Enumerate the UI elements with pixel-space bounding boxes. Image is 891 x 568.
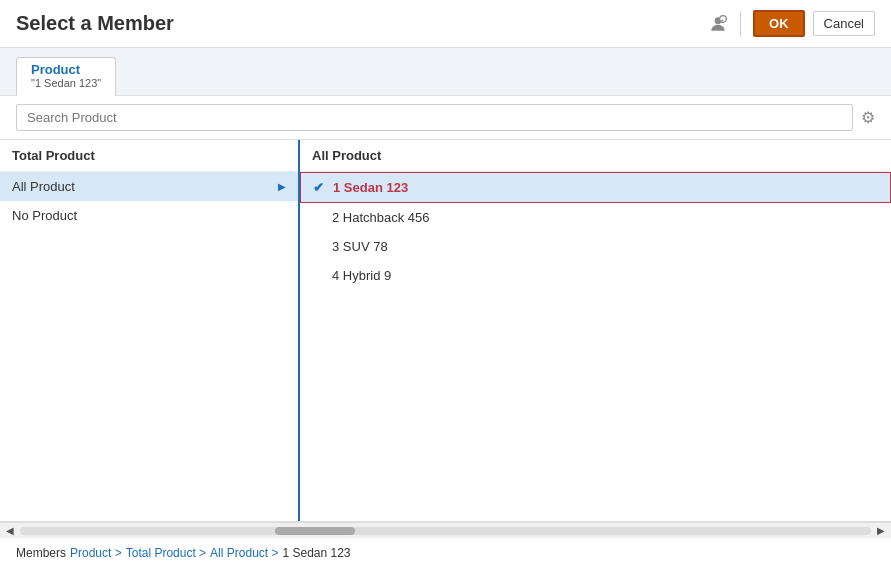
header-actions: + OK Cancel bbox=[708, 10, 875, 37]
right-item-label-4: 4 Hybrid 9 bbox=[332, 268, 391, 283]
search-area: ⚙ bbox=[0, 96, 891, 140]
header: Select a Member + OK Cancel bbox=[0, 0, 891, 48]
user-icon: + bbox=[708, 14, 728, 34]
scrollbar-area[interactable]: ◀ ▶ bbox=[0, 522, 891, 538]
breadcrumb-link-all-product[interactable]: All Product > bbox=[210, 546, 278, 560]
left-panel: Total Product All Product ▶ No Product bbox=[0, 140, 300, 521]
main-content: Total Product All Product ▶ No Product A… bbox=[0, 140, 891, 522]
right-list-item-4-hybrid-9[interactable]: 4 Hybrid 9 bbox=[300, 261, 891, 290]
tab-sublabel: "1 Sedan 123" bbox=[31, 77, 101, 89]
left-panel-header: Total Product bbox=[0, 140, 298, 172]
list-item-all-product[interactable]: All Product ▶ bbox=[0, 172, 298, 201]
svg-text:+: + bbox=[721, 16, 724, 22]
right-list-item-2-hatchback-456[interactable]: 2 Hatchback 456 bbox=[300, 203, 891, 232]
gear-icon[interactable]: ⚙ bbox=[861, 108, 875, 127]
right-item-label-3: 3 SUV 78 bbox=[332, 239, 388, 254]
chevron-right-icon: ▶ bbox=[278, 181, 286, 192]
header-divider bbox=[740, 12, 741, 36]
scroll-thumb[interactable] bbox=[275, 527, 355, 535]
scroll-right-arrow[interactable]: ▶ bbox=[873, 525, 889, 536]
breadcrumb-link-total-product[interactable]: Total Product > bbox=[126, 546, 206, 560]
breadcrumb-current: 1 Sedan 123 bbox=[282, 546, 350, 560]
list-item-no-product[interactable]: No Product bbox=[0, 201, 298, 230]
right-panel: All Product ✔ 1 Sedan 123 2 Hatchback 45… bbox=[300, 140, 891, 521]
check-icon: ✔ bbox=[313, 180, 327, 195]
tab-label: Product bbox=[31, 62, 101, 77]
scroll-left-arrow[interactable]: ◀ bbox=[2, 525, 18, 536]
right-list-item-3-suv-78[interactable]: 3 SUV 78 bbox=[300, 232, 891, 261]
breadcrumb-members: Members bbox=[16, 546, 66, 560]
user-svg-icon: + bbox=[708, 14, 728, 34]
page-title: Select a Member bbox=[16, 12, 708, 35]
right-item-label-1: 1 Sedan 123 bbox=[333, 180, 408, 195]
tab-product[interactable]: Product "1 Sedan 123" bbox=[16, 57, 116, 96]
scroll-track[interactable] bbox=[20, 527, 871, 535]
right-panel-header: All Product bbox=[300, 140, 891, 172]
right-list-item-1-sedan-123[interactable]: ✔ 1 Sedan 123 bbox=[300, 172, 891, 203]
right-item-label-2: 2 Hatchback 456 bbox=[332, 210, 430, 225]
list-item-all-product-label: All Product bbox=[12, 179, 75, 194]
search-input[interactable] bbox=[16, 104, 853, 131]
ok-button[interactable]: OK bbox=[753, 10, 805, 37]
cancel-button[interactable]: Cancel bbox=[813, 11, 875, 36]
breadcrumb: Members Product > Total Product > All Pr… bbox=[0, 538, 891, 568]
tab-area: Product "1 Sedan 123" bbox=[0, 48, 891, 96]
list-item-no-product-label: No Product bbox=[12, 208, 77, 223]
breadcrumb-link-product[interactable]: Product > bbox=[70, 546, 122, 560]
